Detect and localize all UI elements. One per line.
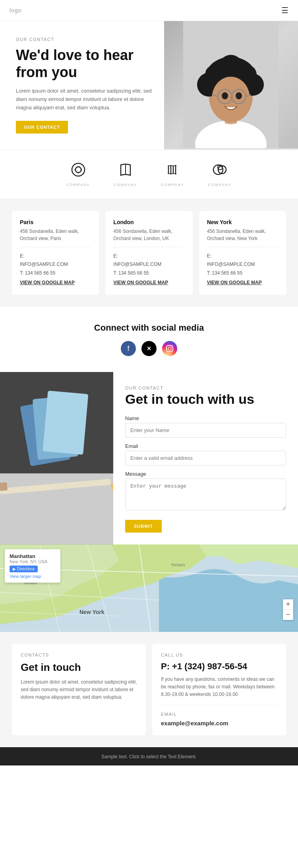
logos-section: COMPANY COMPANY COMPANY bbox=[0, 149, 298, 199]
svg-rect-38 bbox=[43, 391, 88, 455]
office-city-newyork: New York bbox=[207, 219, 278, 225]
company-label-4: COMPANY bbox=[208, 183, 232, 187]
directions-button[interactable]: ▶ Directions bbox=[10, 566, 38, 572]
svg-text:Yonkers: Yonkers bbox=[171, 563, 185, 567]
map-zoom-controls: + − bbox=[283, 599, 293, 620]
contacts-card-left: CONTACTS Get in touch Lorem ipsum dolor … bbox=[12, 644, 146, 735]
svg-point-32 bbox=[171, 347, 172, 347]
office-contact-paris: E: INFO@SAMPLE.COM T: 134 565 66 55 VIEW… bbox=[20, 252, 91, 287]
call-description: If you have any questions, comments or i… bbox=[161, 676, 277, 705]
message-textarea[interactable] bbox=[125, 479, 286, 510]
email-section-label: EMAIL bbox=[161, 712, 277, 717]
name-form-group: Name bbox=[125, 415, 286, 438]
office-address-paris: 456 Sondanella, Eden walk, Orchard view,… bbox=[20, 228, 91, 247]
directions-icon: ▶ bbox=[13, 567, 17, 571]
name-input[interactable] bbox=[125, 423, 286, 438]
contacts-card-right: CALL US P: +1 (324) 987-56-54 If you hav… bbox=[152, 644, 286, 735]
office-contact-newyork: E: INFO@SAMPLE.COM T: 134 565 66 55 VIEW… bbox=[207, 252, 278, 287]
map-info-box: Manhattan New York, NY, USA ▶ Directions… bbox=[5, 549, 60, 583]
email-label: Email bbox=[125, 443, 286, 449]
office-address-newyork: 456 Sondanella, Eden walk, Orchard view,… bbox=[207, 228, 278, 247]
email-address: example@example.com bbox=[161, 720, 277, 727]
git-right-form: OUR CONTACT Get in touch with us Name Em… bbox=[113, 372, 298, 544]
office-card-london: London 456 Sondanella, Eden walk, Orchar… bbox=[105, 211, 192, 295]
phone-number: P: +1 (324) 987-56-54 bbox=[161, 661, 277, 672]
header: logo ☰ bbox=[0, 0, 298, 21]
google-map-link-newyork[interactable]: VIEW ON GOOGLE MAP bbox=[207, 279, 278, 287]
svg-point-9 bbox=[219, 55, 243, 79]
zoom-out-button[interactable]: − bbox=[283, 610, 293, 620]
contacts-title: Get in touch bbox=[21, 661, 137, 674]
social-title: Connect with social media bbox=[8, 323, 290, 333]
submit-button[interactable]: SUBMIT bbox=[125, 520, 162, 533]
company-label-3: COMPANY bbox=[161, 183, 184, 187]
get-in-touch-section: OUR CONTACT Get in touch with us Name Em… bbox=[0, 372, 298, 544]
google-map-link-london[interactable]: VIEW ON GOOGLE MAP bbox=[113, 279, 184, 287]
logo-icon-2 bbox=[118, 162, 134, 180]
our-contact-button[interactable]: OUR CONTACT bbox=[16, 121, 68, 134]
company-label-1: COMPANY bbox=[66, 183, 90, 187]
decorative-image bbox=[0, 372, 113, 544]
bottom-contacts-section: CONTACTS Get in touch Lorem ipsum dolor … bbox=[0, 632, 298, 747]
svg-rect-30 bbox=[166, 345, 173, 352]
menu-icon[interactable]: ☰ bbox=[281, 6, 288, 15]
company-label-2: COMPANY bbox=[114, 183, 137, 187]
email-input[interactable] bbox=[125, 451, 286, 465]
company-logo-3: COMPANY bbox=[161, 162, 184, 187]
logo-icon-3 bbox=[164, 162, 180, 180]
svg-point-17 bbox=[236, 92, 242, 99]
map-city: Manhattan bbox=[10, 553, 56, 559]
view-larger-map-link[interactable]: View larger map bbox=[10, 574, 56, 579]
company-logo-4: COMPANY bbox=[208, 162, 232, 187]
zoom-in-button[interactable]: + bbox=[283, 599, 293, 610]
git-title: Get in touch with us bbox=[125, 391, 286, 407]
name-label: Name bbox=[125, 415, 286, 421]
social-icons-row: f ✕ bbox=[8, 341, 290, 356]
message-form-group: Message bbox=[125, 471, 286, 512]
hero-image bbox=[164, 21, 298, 149]
map-section: New York Newark Yonkers Manhattan New Yo… bbox=[0, 544, 298, 632]
contacts-label: CONTACTS bbox=[21, 653, 137, 657]
company-logo-2: COMPANY bbox=[114, 162, 137, 187]
message-label: Message bbox=[125, 471, 286, 477]
git-left-image bbox=[0, 372, 113, 544]
git-label: OUR CONTACT bbox=[125, 386, 163, 390]
office-address-london: 456 Sondanella, Eden walk, Orchard view,… bbox=[113, 228, 184, 247]
svg-point-19 bbox=[76, 167, 81, 172]
svg-text:New York: New York bbox=[79, 609, 104, 615]
footer-text: Sample text. Click to select the Text El… bbox=[101, 754, 197, 760]
hero-description: Lorem ipsum dolor sit amet, consetetur s… bbox=[16, 87, 152, 112]
offices-section: Paris 456 Sondanella, Eden walk, Orchard… bbox=[0, 199, 298, 307]
office-image-svg bbox=[0, 372, 113, 544]
social-section: Connect with social media f ✕ bbox=[0, 307, 298, 372]
office-city-paris: Paris bbox=[20, 219, 91, 225]
email-form-group: Email bbox=[125, 443, 286, 465]
office-card-paris: Paris 456 Sondanella, Eden walk, Orchard… bbox=[12, 211, 99, 295]
twitter-x-icon[interactable]: ✕ bbox=[141, 341, 157, 356]
logo-icon-1 bbox=[70, 162, 86, 180]
hero-section: OUR CONTACT We'd love to hear from you L… bbox=[0, 21, 298, 149]
svg-rect-41 bbox=[0, 482, 8, 491]
company-logo-1: COMPANY bbox=[66, 162, 90, 187]
svg-point-16 bbox=[222, 92, 228, 99]
facebook-icon[interactable]: f bbox=[121, 341, 136, 356]
office-city-london: London bbox=[113, 219, 184, 225]
logo: logo bbox=[10, 7, 21, 14]
contacts-description: Lorem ipsum dolor sit amet, consetetur s… bbox=[21, 678, 137, 701]
hero-label: OUR CONTACT bbox=[16, 37, 152, 42]
svg-point-31 bbox=[168, 347, 171, 350]
hero-title: We'd love to hear from you bbox=[16, 46, 152, 81]
call-us-label: CALL US bbox=[161, 653, 277, 657]
svg-point-10 bbox=[212, 77, 250, 120]
google-map-link-paris[interactable]: VIEW ON GOOGLE MAP bbox=[20, 279, 91, 287]
map-background: New York Newark Yonkers Manhattan New Yo… bbox=[0, 544, 298, 632]
footer: Sample text. Click to select the Text El… bbox=[0, 747, 298, 765]
logo-icon-4 bbox=[212, 162, 228, 180]
hero-person-image bbox=[164, 21, 298, 148]
office-contact-london: E: INFO@SAMPLE.COM T: 134 565 66 55 VIEW… bbox=[113, 252, 184, 287]
person-illustration bbox=[183, 21, 279, 148]
hero-left: OUR CONTACT We'd love to hear from you L… bbox=[0, 21, 164, 149]
map-state: New York, NY, USA bbox=[10, 559, 56, 564]
office-card-newyork: New York 456 Sondanella, Eden walk, Orch… bbox=[199, 211, 286, 295]
instagram-icon[interactable] bbox=[162, 341, 177, 356]
